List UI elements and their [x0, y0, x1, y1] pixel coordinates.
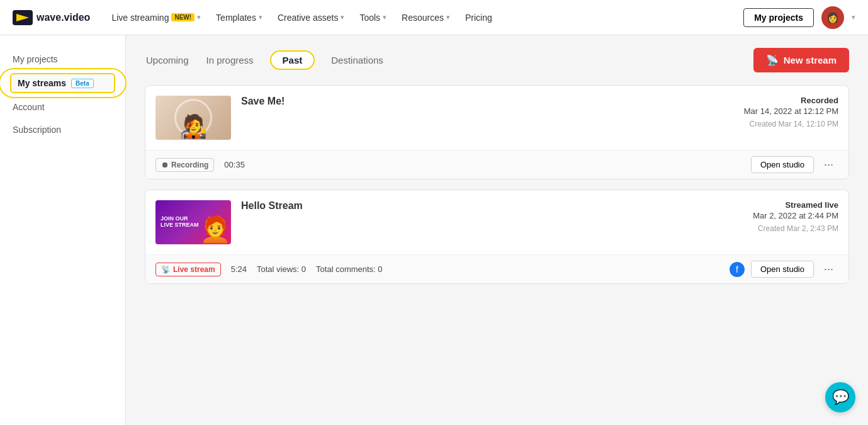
chevron-down-icon: ▾	[383, 13, 386, 21]
stream-card-top: 🧑‍🎤 Save Me! Recorded Mar 14, 2022 at 12…	[145, 86, 848, 150]
nav-templates[interactable]: Templates ▾	[210, 9, 269, 26]
stream-created: Created Mar 2, 2:43 PM	[713, 224, 838, 233]
broadcast-icon: 📡	[766, 54, 779, 66]
sidebar: My projects My streams Beta Account Subs…	[0, 35, 126, 425]
my-projects-header-button[interactable]: My projects	[743, 8, 814, 27]
header: wave.video Live streaming New! ▾ Templat…	[0, 0, 868, 35]
avatar[interactable]: 👩	[821, 6, 844, 29]
stream-status: Streamed live	[713, 200, 838, 210]
sidebar-item-my-streams[interactable]: My streams Beta	[10, 73, 115, 93]
thumbnail-text: JOIN OURLIVE STREAM	[161, 216, 199, 229]
new-stream-button[interactable]: 📡 New stream	[753, 48, 849, 72]
stream-thumbnail: 🧑‍🎤	[155, 96, 231, 140]
sidebar-item-account[interactable]: Account	[0, 96, 125, 118]
avatar-chevron-icon: ▾	[852, 13, 855, 21]
stream-meta-right: Recorded Mar 14, 2022 at 12:12 PM Create…	[713, 96, 838, 128]
stream-title: Hello Stream	[241, 200, 702, 212]
stream-actions: f Open studio ···	[728, 260, 838, 278]
sidebar-item-my-projects[interactable]: My projects	[0, 48, 125, 71]
main-layout: My projects My streams Beta Account Subs…	[0, 35, 868, 425]
stream-card: 🧑‍🎤 Save Me! Recorded Mar 14, 2022 at 12…	[145, 85, 849, 179]
facebook-icon: f	[728, 261, 746, 278]
stream-card-bottom: ⏺ Recording 00:35 Open studio ···	[145, 150, 848, 179]
stream-stats: Total views: 0 Total comments: 0	[257, 264, 383, 274]
platform-icons: f	[728, 261, 746, 278]
wave-video-logo-icon	[13, 10, 33, 25]
stream-thumbnail: JOIN OURLIVE STREAM 🧑‍🦰	[155, 200, 231, 244]
chevron-down-icon: ▾	[341, 13, 344, 21]
person-icon: 🧑‍🎤	[179, 113, 208, 140]
stream-date: Mar 14, 2022 at 12:12 PM	[713, 106, 838, 116]
stream-card-top: JOIN OURLIVE STREAM 🧑‍🦰 Hello Stream Str…	[145, 190, 848, 254]
stream-actions: Open studio ···	[751, 156, 838, 174]
stream-status: Recorded	[713, 96, 838, 105]
total-comments-label: Total comments: 0	[316, 264, 383, 274]
header-right: My projects 👩 ▾	[743, 6, 855, 29]
sidebar-item-subscription[interactable]: Subscription	[0, 118, 125, 141]
chevron-down-icon: ▾	[446, 13, 450, 21]
main-content: Upcoming In progress Past Destinations 📡…	[126, 35, 868, 425]
stream-date: Mar 2, 2022 at 2:44 PM	[713, 211, 838, 220]
new-badge: New!	[171, 13, 194, 21]
live-icon: 📡	[161, 265, 171, 274]
open-studio-button[interactable]: Open studio	[751, 261, 814, 278]
person-icon: 🧑‍🦰	[200, 215, 231, 244]
chat-icon: 💬	[832, 389, 849, 405]
tab-destinations[interactable]: Destinations	[330, 51, 385, 69]
recording-icon: ⏺	[161, 161, 169, 169]
live-tag: 📡 Live stream	[155, 263, 221, 276]
tab-past[interactable]: Past	[270, 50, 315, 70]
stream-title: Save Me!	[241, 96, 702, 107]
more-options-button[interactable]: ···	[819, 156, 838, 174]
stream-card-bottom: 📡 Live stream 5:24 Total views: 0 Total …	[145, 254, 848, 283]
nav-tools[interactable]: Tools ▾	[353, 9, 393, 26]
nav-resources[interactable]: Resources ▾	[395, 9, 456, 26]
chevron-down-icon: ▾	[259, 13, 262, 21]
chat-button[interactable]: 💬	[825, 382, 855, 412]
stream-info: Save Me!	[241, 96, 702, 110]
stream-info: Hello Stream	[241, 200, 702, 214]
nav-creative-assets[interactable]: Creative assets ▾	[271, 9, 351, 26]
logo[interactable]: wave.video	[13, 10, 90, 25]
stream-duration: 00:35	[224, 160, 245, 169]
tab-in-progress[interactable]: In progress	[205, 51, 255, 69]
stream-card: JOIN OURLIVE STREAM 🧑‍🦰 Hello Stream Str…	[145, 190, 849, 284]
stream-meta-right: Streamed live Mar 2, 2022 at 2:44 PM Cre…	[713, 200, 838, 233]
main-nav: Live streaming New! ▾ Templates ▾ Creati…	[105, 9, 743, 26]
tabs-right: 📡 New stream	[753, 48, 849, 72]
nav-pricing[interactable]: Pricing	[459, 9, 499, 26]
brand-name: wave.video	[37, 12, 90, 23]
my-streams-wrapper: My streams Beta	[5, 73, 120, 93]
stream-created: Created Mar 14, 12:10 PM	[713, 120, 838, 128]
nav-live-streaming[interactable]: Live streaming New! ▾	[105, 9, 207, 26]
tabs-bar: Upcoming In progress Past Destinations 📡…	[145, 48, 849, 72]
beta-badge: Beta	[71, 79, 94, 88]
stream-duration: 5:24	[231, 264, 247, 274]
more-options-button[interactable]: ···	[819, 260, 838, 278]
total-views-label: Total views: 0	[257, 264, 306, 274]
open-studio-button[interactable]: Open studio	[751, 156, 814, 173]
chevron-down-icon: ▾	[197, 13, 201, 21]
recording-tag: ⏺ Recording	[155, 158, 214, 172]
tab-upcoming[interactable]: Upcoming	[145, 51, 190, 69]
